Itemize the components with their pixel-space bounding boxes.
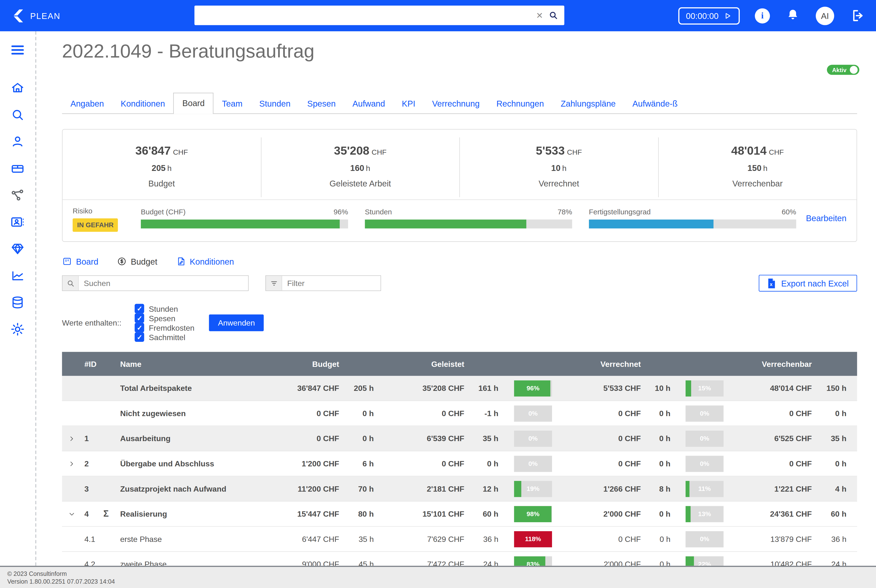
checkbox-icon[interactable]: ✓ [135,304,144,314]
tab-rechnungen[interactable]: Rechnungen [488,94,552,114]
row-id: 3 [81,484,104,494]
version-text: Version 1.80.00.2251 07.07.2023 14:04 [7,578,876,585]
chevron-right-icon[interactable] [62,459,81,468]
global-search-box[interactable]: ✕ [195,6,564,25]
subnav-budget[interactable]: Budget [117,256,157,266]
verrechnet-chf: 0 CHF [552,409,641,418]
timer-button[interactable]: 00:00:00 [678,7,740,24]
verrechnet-percent-badge: 13% [685,506,723,522]
tab-team[interactable]: Team [214,94,251,114]
budget-chf: 11'200 CHF [272,484,339,494]
apply-button[interactable]: Anwenden [209,314,264,331]
kpi-cards: 36'847CHF205hBudget35'208CHF160hGeleiste… [63,130,856,200]
verrechenbar-h: 0 h [812,409,847,418]
brand-logo[interactable]: PLEAN [11,9,60,23]
subnav-konditionen[interactable]: Konditionen [176,256,234,266]
table-row[interactable]: 2 Übergabe und Abschluss 1'200 CHF 6 h 0… [62,452,857,477]
filter-input[interactable] [282,276,380,290]
progress-fertigstellungsgrad: Fertigstellungsgrad60% [589,207,796,228]
timer-value: 00:00:00 [686,11,718,20]
bar-percent: 96% [334,208,348,216]
checkbox-label: Sachmittel [149,333,185,342]
checkbox-icon[interactable]: ✓ [135,314,144,323]
briefcase-icon[interactable] [10,161,25,176]
id-card-icon[interactable] [10,214,25,230]
table-row[interactable]: 4 Σ Realisierung 15'447 CHF 80 h 15'101 … [62,502,857,527]
summary-panel: 36'847CHF205hBudget35'208CHF160hGeleiste… [62,129,857,242]
table-row[interactable]: 4.1 erste Phase 6'447 CHF 35 h 7'629 CHF… [62,526,857,552]
chart-line-icon[interactable] [10,268,25,283]
filter-field[interactable] [266,275,381,291]
notifications-bell-icon[interactable] [785,8,801,23]
table-row[interactable]: 1 Ausarbeitung 0 CHF 0 h 6'539 CHF 35 h … [62,426,857,452]
tab-zahlungspl-ne[interactable]: Zahlungspläne [552,94,624,114]
tab-aufwand[interactable]: Aufwand [344,94,394,114]
table-row[interactable]: Nicht zugewiesen 0 CHF 0 h 0 CHF -1 h 0%… [62,401,857,426]
tab-angaben[interactable]: Angaben [62,94,112,114]
gear-icon[interactable] [10,322,25,337]
global-search-input[interactable] [200,10,531,20]
copyright-text: © 2023 Consultinform [7,570,876,577]
search-icon[interactable] [10,107,25,122]
tab-konditionen[interactable]: Konditionen [113,94,173,114]
geleistet-percent-badge: 0% [514,456,552,472]
tab-aufw-nde-[interactable]: Aufwände-ß [624,94,686,114]
menu-icon[interactable] [9,42,26,58]
search-input[interactable] [79,276,248,290]
col-budget: Budget [272,359,339,368]
user-icon[interactable] [10,134,25,149]
export-excel-button[interactable]: x Export nach Excel [759,275,857,292]
tab-stunden[interactable]: Stunden [251,94,299,114]
home-icon[interactable] [10,80,25,95]
kpi-hours: 160h [261,163,460,172]
bar-label: Budget (CHF) [141,208,186,216]
kpi-value: 48'014CHF [658,144,856,158]
checkbox-fremdkosten[interactable]: ✓Fremdkosten [135,323,194,332]
verrechnet-chf: 0 CHF [552,535,641,544]
bar-label: Stunden [365,208,392,216]
checkbox-spesen[interactable]: ✓Spesen [135,314,194,323]
edit-link[interactable]: Bearbeiten [806,213,846,223]
geleistet-chf: 6'539 CHF [374,434,464,443]
geleistet-percent-badge: 96% [514,380,552,396]
board-icon [62,256,72,266]
tab-board[interactable]: Board [173,93,214,114]
verrechnet-h: 0 h [641,459,670,468]
geleistet-percent-badge: 98% [514,506,552,522]
subnav-label: Konditionen [190,256,234,266]
row-id: 4.1 [81,535,104,544]
checkbox-icon[interactable]: ✓ [135,323,144,332]
checkbox-sachmittel[interactable]: ✓Sachmittel [135,332,194,342]
budget-h: 205 h [339,384,374,393]
user-avatar[interactable]: AI [816,6,834,25]
share-nodes-icon[interactable] [10,188,25,203]
logout-icon[interactable] [849,8,865,23]
tab-verrechnung[interactable]: Verrechnung [424,94,488,114]
geleistet-h: 0 h [464,459,498,468]
table-row[interactable]: 3 Zusatzprojekt nach Aufwand 11'200 CHF … [62,476,857,502]
tab-spesen[interactable]: Spesen [299,94,344,114]
search-icon[interactable] [548,10,559,21]
tab-kpi[interactable]: KPI [394,94,424,114]
checkbox-label: Spesen [149,314,175,322]
verrechenbar-chf: 0 CHF [723,459,811,468]
budget-chf: 36'847 CHF [272,384,339,393]
active-status-toggle[interactable]: Aktiv [827,65,859,75]
clear-search-icon[interactable]: ✕ [531,10,548,20]
checkbox-icon[interactable]: ✓ [135,332,144,342]
chevron-right-icon[interactable] [62,434,81,443]
info-icon[interactable]: i [755,8,770,23]
table-row[interactable]: Total Arbeitspakete 36'847 CHF 205 h 35'… [62,376,857,401]
checkbox-stunden[interactable]: ✓Stunden [135,304,194,314]
geleistet-chf: 0 CHF [374,409,464,418]
subnav-board[interactable]: Board [62,256,98,266]
gem-icon[interactable] [10,242,25,256]
budget-h: 0 h [339,434,374,443]
chevron-down-icon[interactable] [62,510,81,518]
verrechnet-h: 0 h [641,434,670,443]
database-icon[interactable] [10,295,25,310]
verrechnet-h: 0 h [641,535,670,544]
verrechnet-chf: 1'266 CHF [552,484,641,494]
kpi-label: Geleistete Arbeit [261,178,460,188]
search-field[interactable] [62,275,248,291]
